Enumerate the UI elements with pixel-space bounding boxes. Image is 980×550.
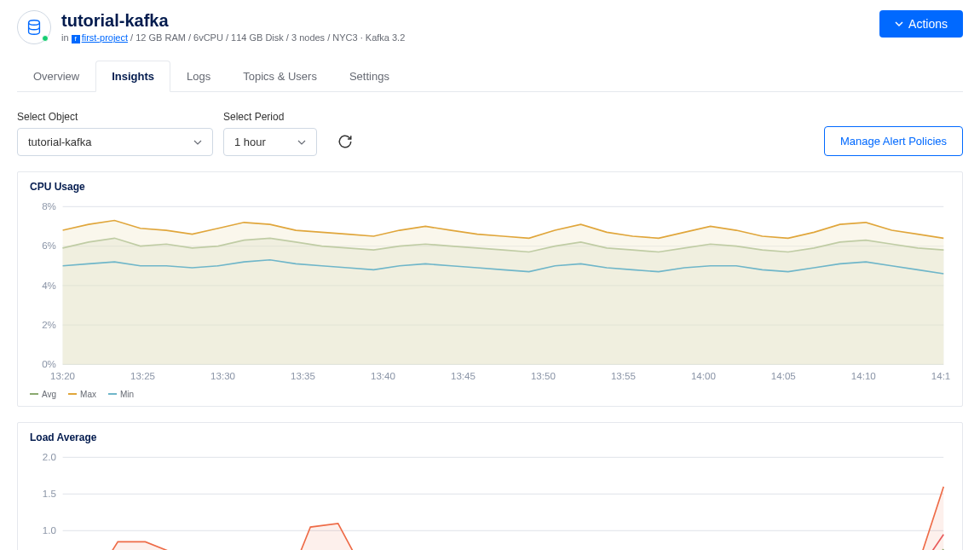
chevron-down-icon bbox=[297, 138, 306, 147]
period-select[interactable]: 1 hour bbox=[223, 128, 317, 156]
svg-point-0 bbox=[29, 20, 40, 26]
database-icon bbox=[17, 10, 51, 44]
svg-text:13:20: 13:20 bbox=[50, 371, 75, 381]
chevron-down-icon bbox=[895, 20, 903, 28]
svg-text:13:50: 13:50 bbox=[531, 371, 556, 381]
load-chart-svg: 00.51.01.52.013:2013:2513:3013:3513:4013… bbox=[30, 449, 950, 550]
tab-topics-users[interactable]: Topics & Users bbox=[227, 61, 333, 92]
object-label: Select Object bbox=[17, 111, 213, 123]
tab-logs[interactable]: Logs bbox=[170, 61, 227, 92]
svg-text:13:30: 13:30 bbox=[210, 371, 235, 381]
svg-text:13:45: 13:45 bbox=[451, 371, 476, 381]
actions-label: Actions bbox=[908, 17, 948, 31]
load-chart-card: Load Average00.51.01.52.013:2013:2513:30… bbox=[17, 422, 963, 550]
svg-text:14:10: 14:10 bbox=[851, 371, 876, 381]
subtitle-specs: / 12 GB RAM / 6vCPU / 114 GB Disk / 3 no… bbox=[128, 32, 405, 43]
svg-text:14:05: 14:05 bbox=[771, 371, 796, 381]
project-icon: f bbox=[72, 35, 80, 43]
svg-text:1.5: 1.5 bbox=[43, 489, 56, 499]
cpu-chart-svg: 0%2%4%6%8%13:2013:2513:3013:3513:4013:45… bbox=[30, 198, 950, 385]
svg-text:13:35: 13:35 bbox=[291, 371, 315, 381]
period-value: 1 hour bbox=[234, 136, 266, 148]
actions-button[interactable]: Actions bbox=[879, 10, 963, 38]
svg-text:8%: 8% bbox=[42, 201, 56, 211]
period-label: Select Period bbox=[223, 111, 317, 123]
svg-text:2%: 2% bbox=[42, 320, 56, 330]
svg-text:4%: 4% bbox=[42, 281, 56, 291]
refresh-button[interactable] bbox=[331, 127, 360, 156]
tabs: OverviewInsightsLogsTopics & UsersSettin… bbox=[17, 60, 963, 92]
object-value: tutorial-kafka bbox=[28, 136, 91, 148]
svg-text:13:55: 13:55 bbox=[611, 371, 636, 381]
status-dot bbox=[42, 35, 49, 42]
tab-overview[interactable]: Overview bbox=[17, 61, 95, 92]
legend-item: Min bbox=[108, 390, 134, 399]
subtitle-prefix: in bbox=[61, 32, 72, 43]
cpu-chart-card: CPU Usage0%2%4%6%8%13:2013:2513:3013:351… bbox=[17, 171, 963, 407]
legend-item: Max bbox=[68, 390, 96, 399]
project-link[interactable]: first-project bbox=[82, 32, 128, 43]
page-header: tutorial-kafka in ffirst-project / 12 GB… bbox=[17, 0, 963, 44]
svg-text:6%: 6% bbox=[42, 240, 56, 251]
cpu-legend: AvgMaxMin bbox=[30, 390, 950, 399]
page-subtitle: in ffirst-project / 12 GB RAM / 6vCPU / … bbox=[61, 32, 405, 43]
chevron-down-icon bbox=[193, 138, 202, 147]
object-select[interactable]: tutorial-kafka bbox=[17, 128, 213, 156]
cpu-chart-title: CPU Usage bbox=[30, 181, 950, 193]
svg-text:13:25: 13:25 bbox=[130, 371, 155, 381]
controls-row: Select Object tutorial-kafka Select Peri… bbox=[17, 111, 963, 156]
svg-text:14:00: 14:00 bbox=[691, 371, 716, 381]
page-title: tutorial-kafka bbox=[61, 11, 405, 31]
load-chart-title: Load Average bbox=[30, 431, 950, 443]
tab-insights[interactable]: Insights bbox=[95, 61, 170, 92]
manage-alert-policies-button[interactable]: Manage Alert Policies bbox=[824, 126, 963, 156]
refresh-icon bbox=[337, 134, 353, 149]
svg-text:13:40: 13:40 bbox=[371, 371, 395, 381]
legend-item: Avg bbox=[30, 390, 56, 399]
svg-text:1.0: 1.0 bbox=[43, 525, 56, 536]
svg-text:2.0: 2.0 bbox=[43, 452, 56, 462]
tab-settings[interactable]: Settings bbox=[333, 61, 406, 92]
svg-text:14:15: 14:15 bbox=[931, 371, 950, 381]
svg-text:0%: 0% bbox=[42, 359, 56, 369]
